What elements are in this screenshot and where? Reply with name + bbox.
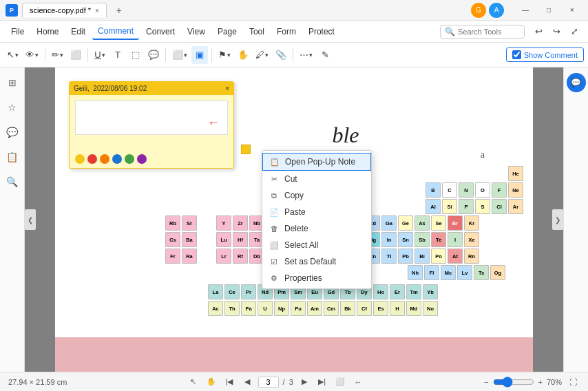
show-comment-btn[interactable]: Show Comment — [506, 47, 584, 62]
first-page-btn[interactable]: |◀ — [222, 375, 236, 389]
menu-file[interactable]: File — [6, 24, 30, 39]
menu-home[interactable]: Home — [31, 24, 64, 39]
pencil-tool-btn[interactable]: ✏ ▾ — [49, 46, 66, 64]
sidebar-bookmark-btn[interactable]: ☆ — [3, 98, 22, 117]
zoom-slider[interactable] — [493, 377, 534, 388]
text-tool-btn[interactable]: T — [109, 46, 126, 64]
new-tab-btn[interactable]: + — [111, 3, 127, 17]
zoom-out-btn[interactable]: − — [484, 378, 488, 386]
context-menu-properties[interactable]: ⚙ Properties — [262, 270, 371, 286]
sticky-note-color-palette — [70, 150, 233, 168]
context-menu-cut[interactable]: ✂ Cut — [262, 171, 371, 187]
sidebar-pages-btn[interactable]: ⊞ — [3, 73, 22, 92]
color-blue[interactable] — [112, 154, 122, 164]
menu-comment[interactable]: Comment — [92, 23, 139, 40]
shape-icon: ⬜ — [172, 50, 183, 60]
context-menu-select-all[interactable]: ⬜ Select All — [262, 237, 371, 253]
hand-tool-btn[interactable]: ✋ — [235, 46, 251, 64]
element-Si: Si — [442, 199, 457, 214]
zoom-controls: − + 70% ⛶ — [484, 375, 580, 389]
app-tab[interactable]: science-copy.pdf * × — [22, 3, 107, 17]
search-tools-area[interactable]: 🔍 — [440, 25, 525, 39]
edit-icon-btn[interactable]: ✎ — [317, 46, 333, 64]
menu-protect[interactable]: Protect — [303, 24, 340, 39]
collapse-left-btn[interactable]: ❮ — [25, 209, 36, 230]
element-P: P — [459, 199, 474, 214]
more-icon: ⋯ — [300, 50, 308, 60]
show-comment-checkbox[interactable] — [512, 50, 521, 59]
fit-width-btn[interactable]: ↔ — [351, 375, 365, 389]
next-page-btn[interactable]: ▶ — [297, 375, 311, 389]
comment-panel-icon[interactable]: 💬 — [567, 73, 586, 92]
color-yellow[interactable] — [75, 154, 85, 164]
full-screen-btn[interactable]: ⛶ — [566, 375, 580, 389]
menu-form[interactable]: Form — [271, 24, 302, 39]
area-highlight-btn[interactable]: ▣ — [191, 46, 208, 64]
menu-page[interactable]: Page — [212, 24, 242, 39]
copy-icon: ⧉ — [269, 191, 279, 200]
tab-close-btn[interactable]: × — [95, 7, 99, 14]
element-Ba: Ba — [182, 232, 197, 247]
right-panel: 💬 — [563, 67, 588, 372]
element-Lr: Lr — [216, 249, 231, 264]
context-menu-delete[interactable]: 🗑 Delete — [262, 220, 371, 237]
sidebar-search-btn[interactable]: 🔍 — [3, 172, 22, 191]
close-btn[interactable]: × — [562, 3, 582, 17]
context-menu-paste[interactable]: 📄 Paste — [262, 204, 371, 220]
text-box-btn[interactable]: ⬚ — [127, 46, 144, 64]
maximize-btn[interactable]: □ — [538, 3, 559, 17]
sticky-note-close[interactable]: × — [225, 85, 229, 92]
element-Rb: Rb — [165, 215, 180, 231]
eraser-tool-btn[interactable]: ⬜ — [67, 46, 84, 64]
tab-title: science-copy.pdf * — [30, 6, 91, 14]
element-Ar: Ar — [508, 199, 523, 214]
collapse-right-btn[interactable]: ❯ — [552, 209, 563, 230]
context-menu-open-popup[interactable]: 📋 Open Pop-Up Note — [262, 153, 371, 171]
menu-view[interactable]: View — [182, 24, 211, 39]
menu-edit[interactable]: Edit — [65, 24, 91, 39]
fit-page-btn[interactable]: ⬜ — [333, 375, 347, 389]
context-menu-properties-label: Properties — [284, 273, 322, 283]
browser-forward-btn[interactable]: ↪ — [548, 23, 565, 41]
minimize-btn[interactable]: — — [515, 3, 536, 17]
sidebar-attachment-btn[interactable]: 📋 — [3, 147, 22, 167]
element-Ne: Ne — [508, 182, 523, 198]
element-Tl: Tl — [381, 249, 397, 264]
last-page-btn[interactable]: ▶| — [315, 375, 329, 389]
context-menu-copy[interactable]: ⧉ Copy — [262, 187, 371, 204]
sidebar-comment-btn[interactable]: 💬 — [3, 123, 22, 142]
annotation-marker[interactable] — [241, 145, 251, 154]
sticky-note-date: 2022/08/06 19:02 — [93, 85, 147, 92]
view-tool-btn[interactable]: 👁 ▾ — [23, 46, 41, 64]
menu-tool[interactable]: Tool — [244, 24, 270, 39]
separator-1 — [45, 48, 45, 62]
page-number-input[interactable] — [258, 377, 279, 388]
attachment-btn[interactable]: 📎 — [273, 46, 289, 64]
user-avatar-2: A — [489, 3, 504, 18]
element-Cf: Cf — [357, 301, 372, 316]
more-tool-btn[interactable]: ⋯ ▾ — [297, 46, 315, 64]
shape-tool-btn[interactable]: ⬜ ▾ — [169, 46, 190, 64]
zoom-in-btn[interactable]: + — [538, 378, 543, 386]
element-Am: Am — [307, 301, 322, 316]
menu-convert[interactable]: Convert — [140, 24, 180, 39]
hand-mode-btn[interactable]: ✋ — [204, 375, 218, 389]
color-red[interactable] — [87, 154, 97, 164]
prev-page-btn[interactable]: ◀ — [240, 375, 254, 389]
color-purple[interactable] — [137, 154, 147, 164]
search-tools-input[interactable] — [458, 28, 520, 36]
stamp-tool-btn[interactable]: ⚑ ▾ — [216, 46, 233, 64]
color-orange[interactable] — [100, 154, 109, 164]
context-menu-set-default[interactable]: ☑ Set as Default — [262, 253, 371, 270]
color-green[interactable] — [125, 154, 134, 164]
underline-tool-btn[interactable]: U ▾ — [92, 46, 108, 64]
show-comment-label: Show Comment — [524, 51, 578, 59]
sticky-note-input[interactable] — [75, 101, 228, 135]
open-external-btn[interactable]: ⤢ — [566, 23, 582, 41]
select-tool-btn[interactable]: ↖ ▾ — [4, 46, 21, 64]
cursor-mode-btn[interactable]: ↖ — [187, 375, 200, 389]
pencil-icon: ✏ — [52, 50, 59, 60]
signature-btn[interactable]: 🖊 ▾ — [253, 46, 271, 64]
browser-back-btn[interactable]: ↩ — [530, 23, 547, 41]
callout-btn[interactable]: 💬 — [145, 46, 162, 64]
